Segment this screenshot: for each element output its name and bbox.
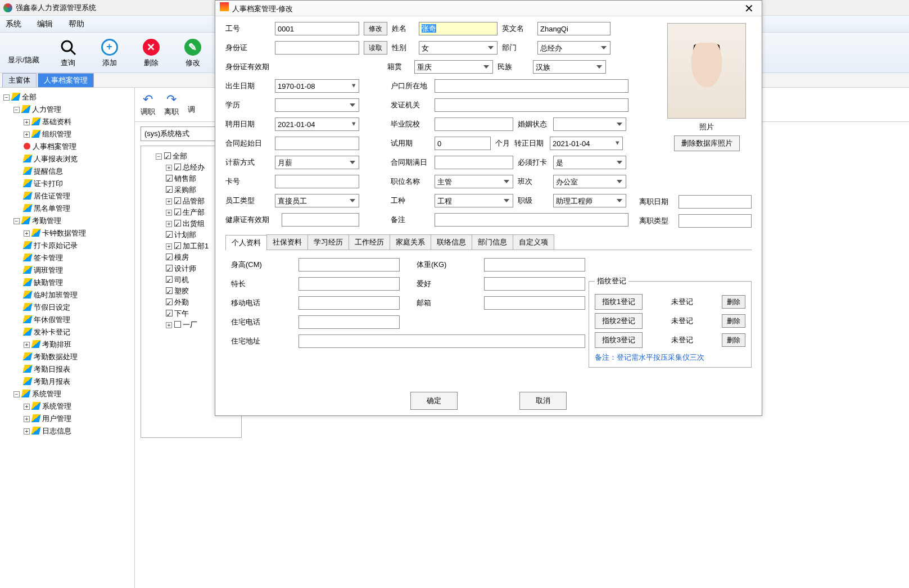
- tab-hr-file[interactable]: 人事档案管理: [38, 73, 94, 87]
- delete-photo-button[interactable]: 删除数据库照片: [674, 135, 740, 151]
- ethnic-select[interactable]: 汉族: [533, 60, 606, 74]
- edit-icon: ✎: [184, 39, 201, 56]
- toolbar-add[interactable]: + 添加: [93, 38, 126, 68]
- birth-input[interactable]: [275, 79, 359, 93]
- tab-dept-info[interactable]: 部门信息: [472, 234, 513, 250]
- emp-type-select[interactable]: 直接员工: [275, 194, 359, 207]
- undo-icon: ↶: [143, 92, 153, 107]
- svg-line-1: [71, 50, 75, 55]
- leave-type-input[interactable]: [679, 214, 752, 228]
- ok-button[interactable]: 确定: [410, 392, 458, 410]
- tab-work[interactable]: 工作经历: [349, 234, 390, 250]
- remark-input[interactable]: [435, 213, 628, 227]
- edu-select[interactable]: [275, 98, 359, 112]
- mobile-input[interactable]: [299, 296, 400, 310]
- probation-input[interactable]: [435, 137, 491, 150]
- toolbar-search[interactable]: 查询: [52, 38, 84, 68]
- tab-family[interactable]: 家庭关系: [390, 234, 431, 250]
- nav-tree[interactable]: −全部 −人力管理 +基础资料 +组织管理 人事档案管理 人事报表浏览 提醒信息…: [0, 88, 135, 588]
- finger2-button[interactable]: 指纹2登记: [595, 313, 643, 329]
- tab-study[interactable]: 学习经历: [307, 234, 349, 250]
- grad-input[interactable]: [435, 117, 513, 131]
- work-type-select[interactable]: 工程: [435, 194, 513, 207]
- contract-end-input[interactable]: [435, 156, 513, 169]
- finger3-del[interactable]: 删除: [722, 333, 745, 347]
- svg-point-0: [62, 41, 72, 51]
- tab-main-window[interactable]: 主窗体: [2, 73, 37, 87]
- dialog-icon: [220, 2, 229, 11]
- fingerprint-note: 备注：登记需水平按压采集仪三次: [595, 352, 745, 363]
- toolbar-modify[interactable]: ✎ 修改: [177, 38, 209, 68]
- photo-panel: 照片 删除数据库照片: [662, 23, 752, 151]
- tab-custom[interactable]: 自定义项: [513, 234, 554, 250]
- leave-date-input[interactable]: [679, 195, 752, 209]
- hukou-input[interactable]: [435, 79, 628, 93]
- expand-icon[interactable]: −: [3, 94, 10, 101]
- close-button[interactable]: ✕: [741, 2, 757, 15]
- edit-dialog: 人事档案管理-修改 ✕ 工号 修改 姓名 张奇 英文名 身份证 读取 性别 女 …: [215, 0, 762, 416]
- contract-start-input[interactable]: [275, 137, 359, 150]
- redo-icon: ↷: [166, 92, 177, 107]
- tab-contact[interactable]: 联络信息: [431, 234, 472, 250]
- tab-social[interactable]: 社保资料: [266, 234, 308, 250]
- sub-leave[interactable]: ↷离职: [164, 92, 179, 117]
- menu-help[interactable]: 帮助: [69, 19, 84, 29]
- hire-input[interactable]: [275, 117, 359, 131]
- dept-select[interactable]: 总经办: [537, 41, 610, 55]
- employee-photo: [667, 23, 746, 119]
- dialog-title-bar: 人事档案管理-修改 ✕: [215, 1, 762, 16]
- rank-select[interactable]: 助理工程师: [553, 194, 626, 207]
- gender-select[interactable]: 女: [419, 41, 498, 55]
- position-select[interactable]: 主管: [435, 175, 513, 188]
- plus-icon: +: [101, 39, 118, 56]
- cancel-button[interactable]: 取消: [519, 392, 567, 410]
- fingerprint-panel: 指纹登记 指纹1登记未登记删除 指纹2登记未登记删除 指纹3登记未登记删除 备注…: [589, 276, 752, 368]
- dialog-tabs: 个人资料 社保资料 学习经历 工作经历 家庭关系 联络信息 部门信息 自定义项: [225, 234, 752, 250]
- ename-input[interactable]: [537, 22, 610, 35]
- menu-system[interactable]: 系统: [6, 19, 21, 29]
- finger2-del[interactable]: 删除: [722, 314, 745, 328]
- email-input[interactable]: [484, 296, 585, 310]
- dialog-footer: 确定 取消: [215, 392, 762, 410]
- app-title: 强鑫泰人力资源管理系统: [16, 3, 96, 13]
- hobby-input[interactable]: [484, 277, 585, 291]
- leave-panel: 离职日期 离职类型: [639, 195, 752, 228]
- shift-select[interactable]: 办公室: [553, 175, 626, 188]
- issuer-input[interactable]: [435, 98, 628, 112]
- finger3-button[interactable]: 指纹3登记: [595, 332, 643, 348]
- finger1-button[interactable]: 指纹1登记: [595, 294, 643, 310]
- home-addr-input[interactable]: [299, 334, 585, 348]
- home-tel-input[interactable]: [299, 315, 400, 329]
- regular-date-input[interactable]: [550, 137, 623, 150]
- height-input[interactable]: [299, 258, 400, 272]
- native-select[interactable]: 重庆: [414, 60, 493, 74]
- must-punch-select[interactable]: 是: [553, 156, 626, 169]
- sub-transfer[interactable]: ↶调职: [141, 92, 155, 117]
- app-logo-icon: [3, 3, 12, 12]
- name-input[interactable]: 张奇: [422, 24, 436, 33]
- toolbar-delete[interactable]: ✕ 删除: [135, 38, 168, 68]
- health-valid-input[interactable]: [282, 213, 359, 227]
- photo-label: 照片: [662, 122, 752, 132]
- specialty-input[interactable]: [299, 277, 400, 291]
- sub-adjust[interactable]: 调: [188, 92, 195, 117]
- empno-input[interactable]: [275, 22, 359, 35]
- salary-type-select[interactable]: 月薪: [275, 156, 359, 169]
- marital-select[interactable]: [553, 117, 626, 131]
- read-idcard-button[interactable]: 读取: [364, 41, 387, 55]
- weight-input[interactable]: [484, 258, 585, 272]
- dot-icon: [24, 143, 30, 150]
- show-hide-label[interactable]: 显示/隐藏: [8, 55, 43, 65]
- idcard-input[interactable]: [275, 41, 359, 55]
- cardno-input[interactable]: [275, 175, 359, 188]
- finger1-del[interactable]: 删除: [722, 295, 745, 309]
- menu-edit[interactable]: 编辑: [37, 19, 53, 29]
- tab-personal[interactable]: 个人资料: [225, 235, 267, 250]
- search-icon: [60, 39, 76, 56]
- modify-empno-button[interactable]: 修改: [364, 22, 387, 35]
- dialog-title: 人事档案管理-修改: [232, 4, 293, 13]
- flag-icon: [11, 93, 21, 101]
- delete-icon: ✕: [143, 39, 160, 56]
